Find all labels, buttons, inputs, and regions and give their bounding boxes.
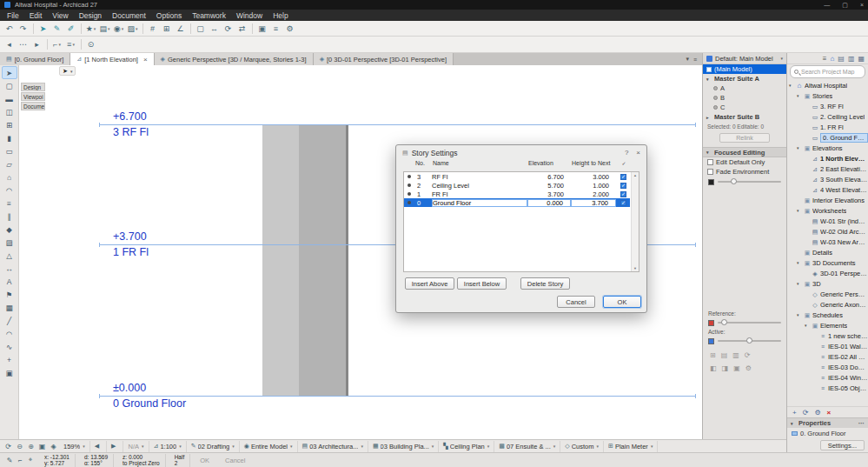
tree-item-interior-elevations[interactable]: Interior Elevations xyxy=(787,195,868,205)
tree-item-story-2[interactable]: 2. Ceiling Level xyxy=(787,111,868,122)
delete-viewpoint-icon[interactable]: × xyxy=(827,409,832,417)
table-scrollbar[interactable]: ▲ ▼ xyxy=(631,172,639,271)
hotspot-tool-icon[interactable]: + xyxy=(2,353,17,366)
tab-3d-perspective[interactable]: ◈ [0 3D-01 Perspective [3D-01 Perspectiv… xyxy=(314,53,454,65)
fit-in-window-icon[interactable]: ▣ xyxy=(36,443,48,450)
design-options-header[interactable]: Default: Main Model ▾ xyxy=(703,53,786,64)
story-elevation-cell[interactable]: 6.700 xyxy=(527,173,571,181)
toolbar-icon[interactable] xyxy=(78,38,83,50)
option-refresh-icon[interactable]: ⟳ xyxy=(745,351,751,359)
menu-edit[interactable]: Edit xyxy=(24,11,48,20)
story-visibility-checkbox[interactable] xyxy=(620,174,626,180)
tree-item-project-root[interactable]: ▾ Altwal Hospital xyxy=(787,80,868,90)
tree-item-ies01[interactable]: IES-01 Wall Schec... xyxy=(787,341,868,351)
story-name-label[interactable]: 1 FR Fl xyxy=(113,246,149,258)
minimize-button[interactable]: — xyxy=(824,2,830,8)
navigator-gear-icon[interactable]: ⚙ xyxy=(814,409,820,417)
story-name-cell[interactable]: Ceiling Level xyxy=(432,182,527,190)
close-button[interactable]: × xyxy=(860,2,864,8)
chevron-down-icon[interactable]: ▾ xyxy=(70,69,73,74)
dimension-style-dropdown[interactable]: ▦ 03 Building Pla... xyxy=(368,441,439,452)
paint-tool-icon[interactable]: ✐ xyxy=(64,23,77,35)
zoom-level-dropdown[interactable]: 159% xyxy=(59,441,90,452)
view-list-icon[interactable]: ≡ xyxy=(64,38,77,50)
collapsed-palette-tab[interactable]: Docume xyxy=(21,102,45,110)
pager-icon[interactable]: ⋯ xyxy=(17,38,30,50)
expander-icon[interactable]: ▾ xyxy=(805,323,810,328)
toolbar-icon[interactable] xyxy=(188,23,193,35)
tab-menu-icon[interactable]: ≡ xyxy=(693,57,697,63)
arrow-tool-icon[interactable]: ➤ xyxy=(2,66,17,79)
menu-window[interactable]: Window xyxy=(231,11,268,20)
orientation-dropdown[interactable]: N/A xyxy=(123,441,149,452)
fade-strength-slider[interactable] xyxy=(703,177,786,187)
floor-plan-cut-dropdown[interactable]: ▚ Ceiling Plan xyxy=(439,441,494,452)
shell-tool-icon[interactable]: ◠ xyxy=(2,183,17,197)
option-split-right-icon[interactable]: ◨ xyxy=(722,364,729,372)
undo-icon[interactable]: ↶ xyxy=(3,23,16,35)
story-level-line[interactable] xyxy=(99,124,696,125)
group-icon[interactable]: ▣ xyxy=(255,23,268,35)
maximize-button[interactable]: ▢ xyxy=(842,2,848,9)
navigator-menu-icon[interactable]: ≡ xyxy=(823,55,827,63)
tree-item-ies05[interactable]: IES-05 Object Inv... xyxy=(787,383,868,392)
arrow-tool-icon[interactable]: ➤ xyxy=(63,68,68,75)
relative-coords-icon[interactable]: ⌐ xyxy=(15,457,25,464)
layers-dropdown-icon[interactable]: ▤ xyxy=(98,23,111,35)
design-option-variant[interactable]: B xyxy=(703,93,786,103)
fade-environment-checkbox[interactable]: Fade Environment xyxy=(703,167,786,177)
settings-button[interactable]: Settings... xyxy=(820,440,865,450)
working-units-dropdown[interactable]: ⊞ Plain Meter xyxy=(604,441,658,452)
menu-document[interactable]: Document xyxy=(107,11,151,20)
menu-teamwork[interactable]: Teamwork xyxy=(187,11,231,20)
scroll-up-icon[interactable]: ▲ xyxy=(633,173,637,177)
slider-knob[interactable] xyxy=(721,319,727,325)
option-split-left-icon[interactable]: ◧ xyxy=(710,364,717,372)
tree-item-east-elevation[interactable]: 2 East Elevation (... xyxy=(787,163,868,174)
toolbar-icon[interactable] xyxy=(78,23,83,35)
story-elevation-cell[interactable]: 3.700 xyxy=(527,190,571,198)
story-height-cell[interactable]: 3.700 xyxy=(571,199,616,207)
arc-tool-icon[interactable]: ◠ xyxy=(2,327,17,340)
relink-button[interactable]: Relink xyxy=(719,133,770,143)
tab-north-elevation[interactable]: ⊿ [1 North Elevation] × xyxy=(70,53,154,65)
story-height-cell[interactable]: 1.000 xyxy=(571,182,616,190)
zoom-in-icon[interactable]: ⊕ xyxy=(25,443,36,450)
story-name-cell[interactable]: Ground Floor xyxy=(432,199,527,207)
slider-track[interactable] xyxy=(718,322,781,324)
tree-item-ies03[interactable]: IES-03 Door Sche... xyxy=(787,362,868,372)
expander-icon[interactable]: ▾ xyxy=(797,208,802,213)
y-coordinate[interactable]: y: 5.727 xyxy=(44,460,70,466)
option-layers-icon[interactable]: ▤ xyxy=(721,351,728,359)
next-view-button[interactable]: ▶ xyxy=(107,441,123,452)
xy-coordinates[interactable]: x: -12.301 y: 5.727 xyxy=(39,454,76,467)
search-box[interactable] xyxy=(790,65,865,78)
Ground Floor[interactable]: 0 Ground Floor 0.000 3.700 xyxy=(404,198,630,207)
slab-tool-icon[interactable]: ▱ xyxy=(2,157,17,170)
tracker-options-icon[interactable]: ✎ xyxy=(4,457,15,464)
back-icon[interactable]: ◂ xyxy=(3,38,16,50)
tree-item-ies02[interactable]: IES-02 All Openin... xyxy=(787,351,868,362)
forward-icon[interactable]: ▸ xyxy=(30,38,43,50)
story-elevation-cell[interactable]: 0.000 xyxy=(527,199,571,207)
mirror-icon[interactable]: ⇄ xyxy=(235,23,248,35)
tree-item-schedules[interactable]: ▾ Schedules xyxy=(787,310,868,320)
tree-item-3d-documents[interactable]: ▾ 3D Documents xyxy=(787,257,868,268)
menu-view[interactable]: View xyxy=(47,11,73,20)
tab-generic-perspective[interactable]: ◈ Generic Perspective [3D / Marquee, Sto… xyxy=(155,53,314,65)
snap-fraction[interactable]: Half 2 xyxy=(169,454,191,467)
zone-tool-icon[interactable]: ▨ xyxy=(2,236,17,249)
tree-item-north-elevation[interactable]: 1 North Elevation (... xyxy=(787,153,868,163)
scroll-down-icon[interactable]: ▼ xyxy=(633,266,637,270)
slider-knob[interactable] xyxy=(746,337,752,344)
design-option-set-a[interactable]: ▾ Master Suite A xyxy=(703,74,786,83)
more-options-icon[interactable]: ⋯ xyxy=(858,419,865,427)
expander-icon[interactable]: ▾ xyxy=(797,93,802,98)
story-name-label[interactable]: 0 Ground Floor xyxy=(113,397,186,410)
label-tool-icon[interactable]: ⚑ xyxy=(2,288,17,301)
building-edge[interactable] xyxy=(346,124,348,396)
marquee-tool-icon[interactable]: ▢ xyxy=(2,79,17,92)
tree-item-new-scheme[interactable]: 1 new scheme xyxy=(787,330,868,341)
text-tool-icon[interactable]: A xyxy=(2,275,17,288)
beam-tool-icon[interactable]: ▭ xyxy=(2,144,17,157)
